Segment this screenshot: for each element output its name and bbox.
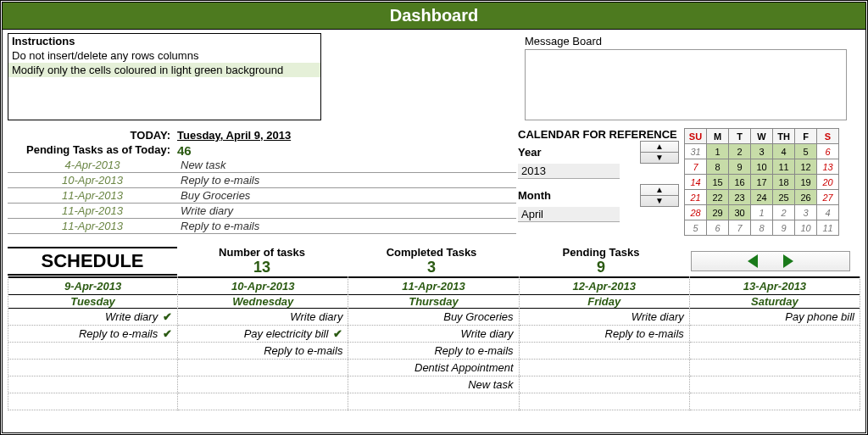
schedule-task-cell[interactable]: New task: [348, 376, 518, 393]
schedule-task-text: Write diary: [460, 327, 513, 340]
schedule-task-cell[interactable]: [178, 393, 348, 410]
cal-day[interactable]: 24: [751, 190, 773, 205]
schedule-task-cell[interactable]: [690, 326, 860, 343]
cal-day[interactable]: 13: [817, 159, 839, 175]
cal-day[interactable]: 2: [729, 144, 751, 159]
cal-day[interactable]: 4: [773, 144, 795, 159]
year-up-icon[interactable]: ▲: [641, 142, 678, 152]
dashboard-window: Dashboard Instructions Do not insert/del…: [0, 0, 868, 435]
cal-day[interactable]: 3: [795, 205, 817, 220]
schedule-task-cell[interactable]: [690, 360, 860, 376]
schedule-task-cell[interactable]: [690, 343, 860, 360]
cal-day[interactable]: 14: [685, 175, 707, 190]
schedule-task-cell[interactable]: Buy Groceries: [348, 309, 518, 326]
schedule-task-cell[interactable]: Reply to e-mails: [178, 343, 348, 360]
cal-dow: TH: [773, 129, 795, 144]
cal-day[interactable]: 11: [773, 159, 795, 175]
cal-day[interactable]: 5: [685, 220, 707, 236]
cal-day[interactable]: 17: [751, 175, 773, 190]
cal-day[interactable]: 4: [817, 205, 839, 220]
schedule-task-cell[interactable]: [690, 376, 860, 393]
schedule-task-cell[interactable]: [520, 376, 689, 393]
pending-item-task: Buy Groceries: [177, 188, 516, 204]
cal-day[interactable]: 20: [817, 175, 839, 190]
schedule-task-cell[interactable]: [8, 376, 177, 393]
schedule-task-cell[interactable]: Reply to e-mails: [348, 343, 518, 360]
cal-day[interactable]: 2: [773, 205, 795, 220]
month-value[interactable]: April: [518, 207, 620, 222]
month-down-icon[interactable]: ▼: [641, 195, 678, 206]
cal-day[interactable]: 15: [707, 175, 729, 190]
cal-day[interactable]: 8: [751, 220, 773, 236]
calendar-ref-title: CALENDAR FOR REFERENCE: [518, 128, 679, 141]
schedule-task-cell[interactable]: [520, 343, 689, 360]
schedule-task-cell[interactable]: [8, 360, 177, 376]
cal-day[interactable]: 1: [707, 144, 729, 159]
schedule-task-cell[interactable]: [348, 393, 518, 410]
cal-day[interactable]: 10: [795, 220, 817, 236]
cal-dow: M: [707, 129, 729, 144]
schedule-task-cell[interactable]: [178, 376, 348, 393]
cal-day[interactable]: 1: [751, 205, 773, 220]
cal-day[interactable]: 31: [685, 144, 707, 159]
schedule-task-cell[interactable]: [178, 360, 348, 376]
year-spinner[interactable]: ▲ ▼: [640, 141, 679, 164]
cal-day[interactable]: 6: [707, 220, 729, 236]
schedule-task-cell[interactable]: Reply to e-mails✔: [8, 326, 177, 343]
schedule-task-text: Reply to e-mails: [79, 327, 158, 340]
schedule-task-cell[interactable]: Write diary✔: [8, 309, 177, 326]
cal-day[interactable]: 26: [795, 190, 817, 205]
schedule-task-cell[interactable]: Dentist Appointment: [348, 360, 518, 376]
instructions-line2: Modify only the cells coloured in light …: [8, 63, 320, 77]
schedule-task-cell[interactable]: [690, 393, 860, 410]
cal-day[interactable]: 28: [685, 205, 707, 220]
year-value[interactable]: 2013: [518, 164, 620, 179]
cal-day[interactable]: 16: [729, 175, 751, 190]
cal-day[interactable]: 10: [751, 159, 773, 175]
schedule-task-cell[interactable]: [8, 343, 177, 360]
year-down-icon[interactable]: ▼: [641, 152, 678, 163]
schedule-task-cell[interactable]: [520, 360, 689, 376]
schedule-task-text: Write diary: [632, 310, 684, 323]
cal-day[interactable]: 30: [729, 205, 751, 220]
schedule-task-cell[interactable]: Pay electricity bill✔: [178, 326, 348, 343]
cal-day[interactable]: 25: [773, 190, 795, 205]
cal-day[interactable]: 7: [729, 220, 751, 236]
schedule-task-cell[interactable]: [8, 393, 177, 410]
month-label: Month: [518, 189, 577, 202]
month-spinner[interactable]: ▲ ▼: [640, 184, 679, 207]
cal-day[interactable]: 6: [817, 144, 839, 159]
page-title: Dashboard: [3, 3, 865, 30]
cal-day[interactable]: 3: [751, 144, 773, 159]
cal-day[interactable]: 12: [795, 159, 817, 175]
cal-day[interactable]: 27: [817, 190, 839, 205]
cal-day[interactable]: 9: [729, 159, 751, 175]
pending-item-task: Reply to e-mails: [177, 173, 516, 188]
schedule-task-cell[interactable]: Write diary: [178, 309, 348, 326]
cal-day[interactable]: 18: [773, 175, 795, 190]
cal-day[interactable]: 23: [729, 190, 751, 205]
prev-day-button[interactable]: [748, 254, 758, 268]
completed-tasks-value: 3: [347, 259, 516, 276]
cal-day[interactable]: 5: [795, 144, 817, 159]
schedule-task-cell[interactable]: Pay phone bill: [690, 309, 860, 326]
schedule-task-cell[interactable]: Write diary: [520, 309, 689, 326]
schedule-task-cell[interactable]: Write diary: [348, 326, 518, 343]
month-up-icon[interactable]: ▲: [641, 185, 678, 195]
message-board-input[interactable]: [525, 49, 847, 120]
cal-day[interactable]: 19: [795, 175, 817, 190]
pending-item-date: 11-Apr-2013: [8, 188, 177, 204]
schedule-task-cell[interactable]: Reply to e-mails: [520, 326, 689, 343]
schedule-task-text: Pay phone bill: [785, 310, 854, 323]
cal-day[interactable]: 21: [685, 190, 707, 205]
schedule-day-dow: Tuesday: [8, 295, 177, 309]
cal-day[interactable]: 7: [685, 159, 707, 175]
cal-day[interactable]: 8: [707, 159, 729, 175]
cal-day[interactable]: 11: [817, 220, 839, 236]
schedule-day-column: 10-Apr-2013WednesdayWrite diaryPay elect…: [178, 276, 348, 410]
next-day-button[interactable]: [783, 254, 793, 268]
cal-day[interactable]: 9: [773, 220, 795, 236]
cal-day[interactable]: 29: [707, 205, 729, 220]
schedule-task-cell[interactable]: [520, 393, 689, 410]
cal-day[interactable]: 22: [707, 190, 729, 205]
